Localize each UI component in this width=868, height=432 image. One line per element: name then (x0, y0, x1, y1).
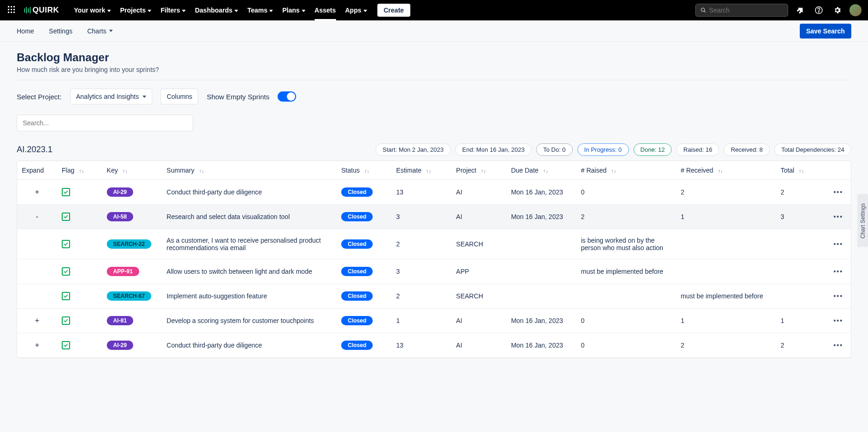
summary-cell: Research and select data visualization t… (162, 205, 337, 229)
row-actions-menu[interactable]: ••• (826, 259, 851, 284)
total-cell (776, 284, 826, 309)
select-project-label: Select Project: (17, 93, 62, 101)
col-label: Status (341, 167, 360, 174)
notifications-icon[interactable] (794, 4, 807, 17)
flag-checkbox[interactable] (62, 267, 70, 276)
flag-checkbox[interactable] (62, 213, 70, 221)
expand-toggle[interactable]: + (17, 309, 57, 333)
col-expand: Expand (17, 161, 57, 180)
col-label: Estimate (396, 167, 421, 174)
expand-toggle[interactable]: + (17, 180, 57, 205)
col--received[interactable]: # Received ↑↓ (676, 161, 776, 180)
nav-dashboards[interactable]: Dashboards (195, 2, 238, 19)
due-cell: Mon 16 Jan, 2023 (506, 333, 577, 358)
col-summary[interactable]: Summary ↑↓ (162, 161, 337, 180)
flag-checkbox[interactable] (62, 292, 70, 300)
row-actions-menu[interactable]: ••• (826, 229, 851, 259)
nav-assets[interactable]: Assets (315, 2, 336, 19)
col-project[interactable]: Project ↑↓ (452, 161, 506, 180)
svg-line-10 (704, 11, 706, 13)
col-label: # Received (681, 167, 713, 174)
issue-key-chip[interactable]: AI-29 (107, 341, 133, 350)
row-actions-menu[interactable]: ••• (826, 309, 851, 333)
nav-teams[interactable]: Teams (247, 2, 273, 19)
sprint-pill: To Do: 0 (536, 143, 572, 156)
flag-checkbox[interactable] (62, 316, 70, 325)
estimate-cell: 13 (392, 333, 452, 358)
estimate-cell: 1 (392, 309, 452, 333)
project-selector[interactable]: Analytics and Insights (70, 89, 152, 104)
backlog-search-input[interactable] (17, 115, 193, 131)
received-cell: 1 (676, 205, 776, 229)
col-total[interactable]: Total ↑↓ (776, 161, 826, 180)
app-switcher-icon[interactable] (6, 5, 18, 16)
expand-toggle (17, 259, 57, 284)
tab-settings[interactable]: Settings (49, 27, 72, 35)
status-chip: Closed (341, 212, 373, 221)
tab-charts[interactable]: Charts (87, 27, 113, 35)
status-chip: Closed (341, 291, 373, 301)
issue-key-chip[interactable]: AI-29 (107, 187, 133, 197)
flag-checkbox[interactable] (62, 341, 70, 349)
nav-your-work[interactable]: Your work (74, 2, 110, 19)
raised-cell: 0 (576, 333, 676, 358)
status-cell: Closed (337, 229, 391, 259)
col--raised[interactable]: # Raised ↑↓ (576, 161, 676, 180)
due-cell: Mon 16 Jan, 2023 (506, 180, 577, 205)
svg-rect-3 (8, 9, 9, 10)
project-cell: AI (452, 309, 506, 333)
nav-projects[interactable]: Projects (120, 2, 151, 19)
status-cell: Closed (337, 284, 391, 309)
row-actions-menu[interactable]: ••• (826, 284, 851, 309)
nav-apps[interactable]: Apps (345, 2, 367, 19)
global-search[interactable] (695, 4, 788, 17)
col-key[interactable]: Key ↑↓ (102, 161, 162, 180)
col-estimate[interactable]: Estimate ↑↓ (392, 161, 452, 180)
show-empty-sprints-toggle[interactable] (278, 91, 296, 102)
issue-key-chip[interactable]: SEARCH-22 (107, 239, 151, 249)
create-button[interactable]: Create (377, 4, 411, 17)
nav-plans[interactable]: Plans (282, 2, 305, 19)
save-search-button[interactable]: Save Search (800, 24, 851, 39)
col-label: # Raised (581, 167, 606, 174)
help-icon[interactable] (812, 4, 825, 17)
issue-key-chip[interactable]: APP-91 (107, 267, 139, 276)
col-status[interactable]: Status ↑↓ (337, 161, 391, 180)
received-cell: must be implemented before (676, 284, 776, 309)
total-cell (776, 259, 826, 284)
issue-key-chip[interactable]: SEARCH-67 (107, 291, 151, 301)
brand-name: QUIRK (32, 6, 59, 15)
expand-toggle[interactable]: - (17, 205, 57, 229)
issue-key-chip[interactable]: AI-58 (107, 212, 133, 221)
issue-key-chip[interactable]: AI-81 (107, 316, 133, 325)
row-actions-menu[interactable]: ••• (826, 205, 851, 229)
sprint-name: AI.2023.1 (17, 145, 52, 155)
status-cell: Closed (337, 180, 391, 205)
due-cell: Mon 16 Jan, 2023 (506, 205, 577, 229)
chart-settings-side-tab[interactable]: Chart Settings (858, 195, 868, 247)
global-search-input[interactable] (709, 6, 783, 14)
flag-cell (57, 333, 102, 358)
col-label: Summary (167, 167, 194, 174)
table-row: +AI-29Conduct third-party due diligenceC… (17, 180, 851, 205)
brand-logo[interactable]: QUIRK (24, 6, 59, 15)
user-avatar[interactable] (849, 4, 862, 16)
expand-toggle[interactable]: + (17, 333, 57, 358)
col-label: Expand (22, 167, 44, 174)
sprint-pill: Total Dependencies: 24 (774, 143, 851, 156)
sprint-pill: Done: 12 (634, 143, 672, 156)
col-flag[interactable]: Flag ↑↓ (57, 161, 102, 180)
flag-checkbox[interactable] (62, 240, 70, 248)
col-label: Project (456, 167, 477, 174)
flag-checkbox[interactable] (62, 188, 70, 196)
nav-label: Teams (247, 6, 267, 14)
project-cell: AI (452, 205, 506, 229)
settings-icon[interactable] (831, 4, 844, 17)
nav-filters[interactable]: Filters (161, 2, 186, 19)
columns-button[interactable]: Columns (161, 89, 198, 104)
row-actions-menu[interactable]: ••• (826, 333, 851, 358)
col-due-date[interactable]: Due Date ↑↓ (506, 161, 577, 180)
col-label: Total (781, 167, 795, 174)
row-actions-menu[interactable]: ••• (826, 180, 851, 205)
tab-home[interactable]: Home (17, 27, 34, 35)
